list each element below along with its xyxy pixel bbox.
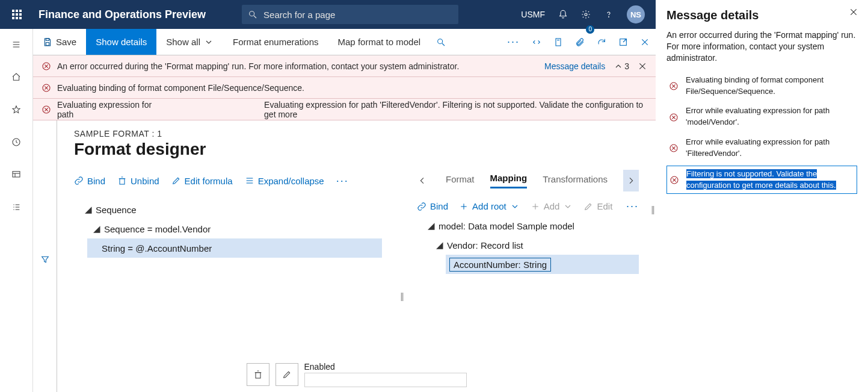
bell-icon[interactable]: [558, 10, 568, 19]
enabled-input[interactable]: [304, 373, 467, 387]
message-item[interactable]: Error while evaluating expression for pa…: [666, 103, 857, 131]
show-details-button[interactable]: Show details: [86, 29, 156, 55]
company-picker[interactable]: USMF: [521, 10, 545, 19]
hamburger-icon[interactable]: [5, 36, 27, 53]
right-bind-button[interactable]: Bind: [417, 201, 448, 211]
panel-resize-handle[interactable]: ‖: [651, 205, 655, 214]
svg-point-19: [438, 39, 443, 43]
svg-rect-37: [120, 179, 125, 184]
global-search[interactable]: Search for a page: [242, 5, 458, 24]
search-placeholder: Search for a page: [263, 10, 335, 20]
svg-rect-18: [46, 42, 49, 45]
svg-line-1: [254, 16, 256, 18]
save-label: Save: [56, 37, 76, 47]
format-enumerations-button[interactable]: Format enumerations: [223, 29, 328, 55]
tabs-prev-icon[interactable]: [414, 170, 430, 191]
modules-icon[interactable]: [5, 199, 27, 216]
error-banner-3: Evaluating expression for path Evaluatin…: [33, 99, 656, 120]
message-item[interactable]: Error while evaluating expression for pa…: [666, 134, 857, 162]
error-text: Evaluating expression for path: [57, 100, 162, 119]
left-more-icon[interactable]: ···: [336, 175, 349, 187]
tab-format[interactable]: Format: [446, 174, 475, 188]
delete-icon[interactable]: [247, 363, 269, 386]
edit-icon[interactable]: [275, 363, 298, 386]
error-text-2: Evaluating expression for path 'Filtered…: [264, 100, 647, 119]
svg-point-3: [609, 17, 609, 17]
save-button[interactable]: Save: [33, 29, 86, 55]
show-all-button[interactable]: Show all: [156, 29, 223, 55]
panel-title: Message details: [666, 8, 857, 22]
error-icon: [668, 75, 680, 98]
page-title: Format designer: [74, 140, 639, 159]
workspace-icon[interactable]: [5, 166, 27, 183]
error-icon: [42, 105, 51, 114]
right-more-icon[interactable]: ···: [626, 200, 639, 213]
error-icon: [668, 137, 680, 160]
tab-mapping[interactable]: Mapping: [490, 173, 528, 188]
message-details-link[interactable]: Message details: [544, 61, 605, 71]
tree-node[interactable]: ◢Vendor: Record list: [432, 235, 639, 255]
error-text: Evaluating binding of format component F…: [57, 83, 304, 93]
unbind-button[interactable]: Unbind: [117, 175, 159, 187]
svg-line-20: [442, 43, 445, 46]
app-launcher-icon[interactable]: [5, 10, 29, 19]
recent-icon[interactable]: [5, 134, 27, 151]
message-item[interactable]: Evaluating binding of format component F…: [666, 72, 857, 100]
help-icon[interactable]: [604, 10, 614, 19]
gear-icon[interactable]: [581, 10, 591, 19]
search-icon: [248, 10, 257, 19]
app-title: Finance and Operations Preview: [35, 8, 206, 21]
more-actions-icon[interactable]: ···: [501, 29, 526, 55]
star-icon[interactable]: [5, 101, 27, 118]
expand-collapse-button[interactable]: Expand/collapse: [245, 175, 324, 187]
svg-point-0: [250, 11, 254, 16]
banner-collapse[interactable]: 3: [614, 61, 629, 71]
svg-rect-8: [13, 172, 20, 177]
tree-node-selected[interactable]: String = @.AccountNumber: [87, 238, 382, 258]
close-page-icon[interactable]: [634, 29, 656, 55]
banner-close-icon[interactable]: [638, 61, 647, 71]
tab-transformations[interactable]: Transformations: [543, 174, 608, 188]
refresh-icon[interactable]: [591, 29, 612, 55]
tree-node[interactable]: ◢Sequence = model.Vendor: [90, 219, 399, 238]
error-banner-2: Evaluating binding of format component F…: [33, 77, 656, 99]
panel-close-icon[interactable]: [849, 7, 858, 17]
panel-description: An error occurred during the 'Format map…: [666, 30, 857, 64]
tree-node[interactable]: ◢Sequence: [81, 200, 399, 219]
home-icon[interactable]: [5, 69, 27, 86]
breadcrumb: SAMPLE FORMAT : 1: [74, 129, 639, 138]
error-icon: [42, 83, 51, 93]
attachments-icon[interactable]: 0: [569, 29, 591, 55]
tree-node-selected[interactable]: AccountNumber: String: [446, 255, 639, 274]
svg-point-2: [585, 13, 587, 16]
bind-button[interactable]: Bind: [74, 175, 105, 187]
error-text: An error occurred during the 'Format map…: [57, 61, 459, 71]
enabled-label: Enabled: [304, 362, 467, 372]
office-icon[interactable]: [547, 29, 569, 55]
svg-rect-21: [556, 39, 561, 46]
svg-rect-17: [46, 39, 49, 40]
action-search-icon[interactable]: [430, 29, 452, 55]
svg-rect-45: [256, 373, 260, 378]
edit-button: Edit: [583, 201, 612, 211]
user-avatar[interactable]: NS: [627, 5, 645, 23]
connector-icon[interactable]: [526, 29, 547, 55]
map-format-to-model-button[interactable]: Map format to model: [328, 29, 431, 55]
message-item-selected[interactable]: Filtering is not supported. Validate the…: [666, 166, 857, 194]
popout-icon[interactable]: [612, 29, 634, 55]
error-banner-1: An error occurred during the 'Format map…: [33, 55, 656, 77]
add-button: Add: [531, 201, 573, 211]
tabs-next-icon[interactable]: [623, 170, 639, 191]
add-root-button[interactable]: Add root: [459, 201, 520, 211]
edit-formula-button[interactable]: Edit formula: [171, 175, 233, 187]
filter-icon[interactable]: [40, 126, 50, 392]
error-icon: [668, 169, 680, 191]
tree-node[interactable]: ◢model: Data model Sample model: [424, 216, 639, 235]
error-icon: [668, 105, 680, 128]
attachments-badge: 0: [586, 25, 594, 34]
error-icon: [42, 61, 51, 71]
